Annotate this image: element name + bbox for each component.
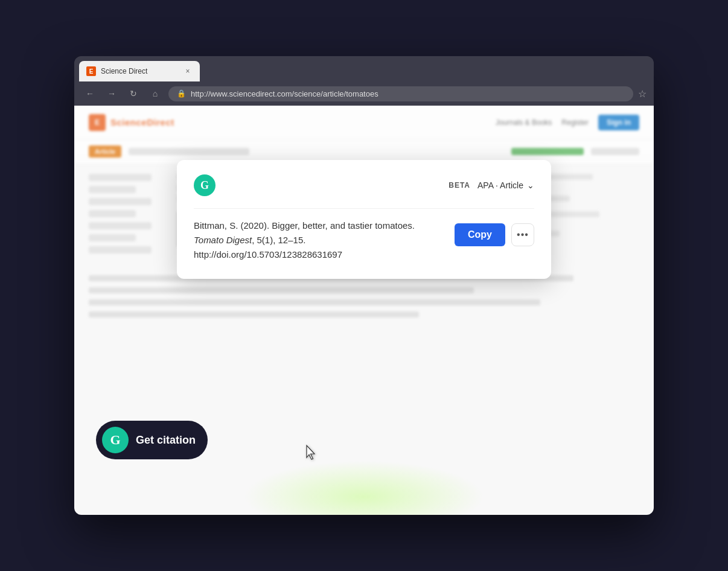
tab-favicon: E	[86, 66, 96, 76]
sidebar-item	[89, 174, 152, 181]
article-tag: Article	[89, 145, 121, 158]
citation-popup: G BETA APA · Article ⌄ Bittman, S. (2020…	[177, 160, 551, 279]
browser-window: E Science Direct × ← → ↻ ⌂ 🔒 http://www.…	[74, 56, 654, 515]
grammarly-letter: G	[200, 179, 209, 192]
popup-header-right: BETA APA · Article ⌄	[449, 180, 534, 190]
citation-italic-text: Tomato Digest	[194, 235, 252, 245]
bookmark-button[interactable]: ☆	[638, 88, 647, 100]
beta-badge: BETA	[449, 181, 470, 190]
get-citation-button[interactable]: G Get citation	[96, 421, 208, 459]
site-logo-icon: E	[89, 114, 106, 131]
register-link: Register	[561, 118, 589, 127]
site-nav: Journals & Books Register Sign in	[496, 115, 639, 130]
more-options-button[interactable]: •••	[511, 223, 534, 246]
citation-style-label: APA · Article	[477, 180, 523, 190]
browser-content: E ScienceDirect Journals & Books Registe…	[74, 106, 654, 515]
citation-text-before: Bittman, S. (2020). Bigger, better, and …	[194, 220, 415, 231]
citation-actions: Copy •••	[455, 223, 534, 246]
access-status	[511, 148, 584, 155]
sidebar-item	[89, 246, 152, 254]
tab-title: Science Direct	[101, 67, 178, 75]
address-bar-row: ← → ↻ ⌂ 🔒 http://www.sciencedirect.com/s…	[74, 81, 654, 106]
sidebar-item	[89, 210, 136, 217]
get-citation-label: Get citation	[136, 434, 196, 447]
get-citation-letter: G	[110, 432, 120, 448]
subheader-placeholder	[129, 148, 249, 155]
browser-tab[interactable]: E Science Direct ×	[79, 61, 200, 81]
popup-divider	[194, 208, 534, 209]
get-citation-logo: G	[102, 427, 129, 453]
copy-button[interactable]: Copy	[455, 223, 505, 246]
bg-row	[89, 299, 540, 305]
browser-chrome: E Science Direct × ← → ↻ ⌂ 🔒 http://www.…	[74, 56, 654, 106]
site-header: E ScienceDirect Journals & Books Registe…	[74, 106, 654, 139]
tab-close-button[interactable]: ×	[183, 66, 193, 76]
url-text: http://www.sciencedirect.com/science/art…	[191, 89, 625, 98]
tab-bar: E Science Direct ×	[74, 56, 654, 81]
access-label	[591, 148, 639, 155]
citation-text: Bittman, S. (2020). Bigger, better, and …	[194, 219, 445, 262]
chevron-down-icon: ⌄	[527, 180, 534, 190]
site-logo-name: ScienceDirect	[110, 117, 174, 127]
address-bar[interactable]: 🔒 http://www.sciencedirect.com/science/a…	[168, 86, 633, 101]
sidebar-item	[89, 186, 136, 193]
home-button[interactable]: ⌂	[147, 85, 164, 102]
citation-text-block: Bittman, S. (2020). Bigger, better, and …	[194, 219, 445, 264]
journals-link: Journals & Books	[496, 118, 552, 127]
popup-header: G BETA APA · Article ⌄	[194, 174, 534, 196]
reload-button[interactable]: ↻	[125, 85, 142, 102]
lock-icon: 🔒	[177, 89, 186, 98]
citation-content: Bittman, S. (2020). Bigger, better, and …	[194, 219, 534, 264]
sidebar-item	[89, 222, 152, 229]
signin-button: Sign in	[598, 115, 639, 130]
bg-row	[89, 287, 474, 293]
citation-style-selector[interactable]: APA · Article ⌄	[477, 180, 534, 190]
site-logo: E ScienceDirect	[89, 114, 174, 131]
bg-row	[89, 311, 419, 317]
sidebar-item	[89, 234, 136, 241]
grammarly-logo: G	[194, 174, 216, 196]
site-sidebar	[89, 174, 167, 258]
forward-button[interactable]: →	[103, 85, 120, 102]
back-button[interactable]: ←	[81, 85, 98, 102]
sidebar-item	[89, 198, 152, 205]
